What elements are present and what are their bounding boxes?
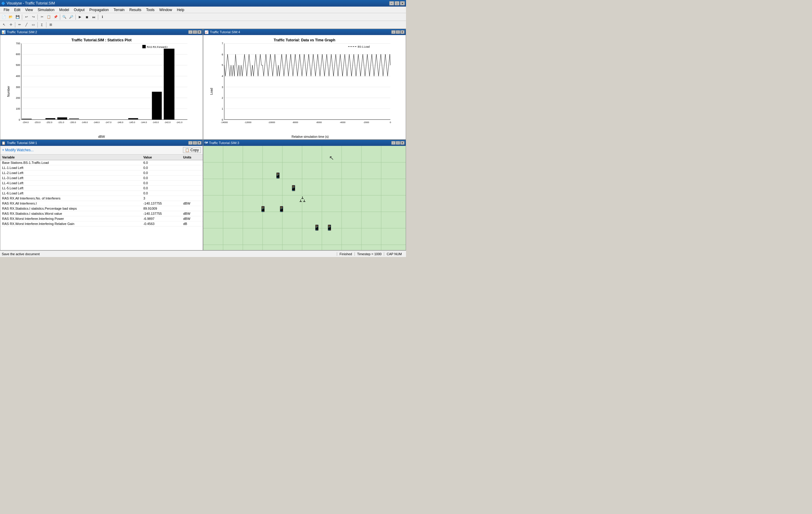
- menu-item-file[interactable]: File: [1, 7, 12, 12]
- sim2-close[interactable]: ✕: [197, 30, 202, 34]
- data-time-chart: Traffic Tutorial: Data vs Time Graph Loa…: [203, 35, 406, 139]
- menu-bar: FileEditViewSimulationModelOutputPropaga…: [0, 7, 406, 13]
- close-button[interactable]: ✕: [400, 1, 405, 5]
- sub-title-bar-sim3: 🗺 Traffic Tutorial.SIM:3 − □ ✕: [203, 140, 406, 146]
- menu-item-window[interactable]: Window: [157, 7, 175, 12]
- sim1-minimize[interactable]: −: [188, 141, 193, 145]
- stop-button[interactable]: ⏹: [84, 14, 90, 20]
- copy-label: Copy: [191, 148, 199, 152]
- title-bar-buttons: − □ ✕: [389, 1, 405, 5]
- menu-item-terrain[interactable]: Terrain: [111, 7, 127, 12]
- zoom-in-button[interactable]: 🔍: [61, 14, 68, 20]
- svg-text:0: 0: [222, 118, 223, 121]
- tower-icon: ⛼: [299, 195, 306, 204]
- svg-text:3: 3: [222, 86, 223, 89]
- sim1-restore[interactable]: □: [193, 141, 197, 145]
- sub-title-btns-sim2: − □ ✕: [188, 30, 202, 34]
- table-row: RAS RX.Worst Interferer.Interfering Powe…: [0, 216, 203, 221]
- copy-button-sim1[interactable]: 📋 Copy: [183, 147, 201, 153]
- svg-rect-42: [142, 45, 146, 48]
- stats-table: Variable Value Units Base Stations.BS-1.…: [0, 154, 203, 226]
- sub-title-left-sim4: 📈 Traffic Tutorial.SIM:4: [204, 30, 240, 34]
- sim3-close[interactable]: ✕: [400, 141, 405, 145]
- svg-rect-24: [69, 118, 79, 119]
- move-button[interactable]: ✛: [7, 22, 14, 28]
- open-button[interactable]: 📂: [7, 14, 14, 20]
- table-row: LL-2.Load Left0.0: [0, 170, 203, 175]
- menu-item-results[interactable]: Results: [127, 7, 144, 12]
- svg-text:-14000: -14000: [221, 121, 228, 124]
- restore-button[interactable]: □: [395, 1, 399, 5]
- undo-button[interactable]: ↩: [23, 14, 30, 20]
- svg-text:Number: Number: [7, 86, 10, 97]
- svg-rect-22: [46, 118, 55, 119]
- window-sim2: 📊 Traffic Tutorial.SIM:2 − □ ✕ Traffic T…: [0, 29, 203, 140]
- menu-item-propagation[interactable]: Propagation: [87, 7, 111, 12]
- sim3-restore[interactable]: □: [396, 141, 400, 145]
- col-units: Units: [181, 154, 203, 160]
- svg-text:-149.0: -149.0: [82, 121, 88, 124]
- redo-button[interactable]: ↪: [30, 14, 36, 20]
- sep2: [37, 15, 38, 20]
- sep4: [76, 15, 76, 20]
- cut-button[interactable]: ✂: [39, 14, 45, 20]
- sim2-icon: 📊: [1, 30, 6, 34]
- sep5: [98, 15, 98, 20]
- sim4-restore[interactable]: □: [396, 30, 400, 34]
- step-button[interactable]: ⏭: [90, 14, 97, 20]
- title-bar-left: 🔷 Visualyse - Traffic Tutorial.SIM: [1, 1, 55, 5]
- sim1-content: + Modify Watches... 📋 Copy Variable Valu…: [0, 146, 203, 250]
- new-button[interactable]: 📄: [1, 14, 7, 20]
- menu-item-help[interactable]: Help: [175, 7, 187, 12]
- svg-text:7: 7: [222, 42, 223, 45]
- sim2-minimize[interactable]: −: [188, 30, 193, 34]
- play-button[interactable]: ▶: [77, 14, 83, 20]
- status-finished: Finished: [337, 252, 354, 256]
- copy-icon: 📋: [185, 148, 190, 152]
- svg-text:-152.0: -152.0: [46, 121, 52, 124]
- sigma-button[interactable]: Σ: [39, 22, 45, 28]
- svg-text:-2000: -2000: [363, 121, 369, 124]
- sim3-minimize[interactable]: −: [391, 141, 396, 145]
- save-button[interactable]: 💾: [14, 14, 21, 20]
- svg-text:dBW: dBW: [98, 135, 105, 138]
- svg-text:1: 1: [222, 107, 223, 110]
- menu-item-edit[interactable]: Edit: [12, 7, 23, 12]
- sub-title-left-sim1: 📋 Traffic Tutorial.SIM:1: [1, 141, 37, 145]
- svg-text:-148.0: -148.0: [93, 121, 99, 124]
- menu-item-tools[interactable]: Tools: [144, 7, 157, 12]
- rect-button[interactable]: ▭: [30, 22, 36, 28]
- svg-text:-10000: -10000: [268, 121, 275, 124]
- col-value: Value: [142, 154, 181, 160]
- window-sim3: 🗺 Traffic Tutorial.SIM:3 − □ ✕: [203, 140, 406, 250]
- line-button[interactable]: ╱: [23, 22, 30, 28]
- status-bar: Save the active document Finished Timest…: [0, 250, 406, 257]
- paste-button[interactable]: 📌: [52, 14, 59, 20]
- menu-item-simulation[interactable]: Simulation: [35, 7, 57, 12]
- sep6: [15, 22, 15, 28]
- minimize-button[interactable]: −: [389, 1, 394, 5]
- svg-text:-153.0: -153.0: [34, 121, 40, 124]
- menu-item-output[interactable]: Output: [71, 7, 87, 12]
- draw-button[interactable]: ✏: [16, 22, 23, 28]
- info-button[interactable]: ℹ: [99, 14, 106, 20]
- menu-item-view[interactable]: View: [23, 7, 35, 12]
- sim1-close[interactable]: ✕: [197, 141, 202, 145]
- svg-text:RAS RX.Forward.I: RAS RX.Forward.I: [147, 46, 168, 49]
- add-watches-button[interactable]: + Modify Watches...: [2, 148, 33, 152]
- svg-text:500: 500: [16, 63, 20, 66]
- table-row: RAS RX.Statistics.I statistics.Worst val…: [0, 211, 203, 216]
- sim4-close[interactable]: ✕: [400, 30, 405, 34]
- sep7: [37, 22, 38, 28]
- sim2-restore[interactable]: □: [193, 30, 197, 34]
- copy-button[interactable]: 📋: [46, 14, 52, 20]
- stats-table-container[interactable]: Variable Value Units Base Stations.BS-1.…: [0, 154, 203, 250]
- sim4-minimize[interactable]: −: [391, 30, 396, 34]
- sim4-content: Traffic Tutorial: Data vs Time Graph Loa…: [203, 35, 406, 139]
- grid-button[interactable]: ⊞: [47, 22, 54, 28]
- svg-text:300: 300: [16, 86, 20, 89]
- phone-icon-2: 📱: [290, 185, 297, 192]
- menu-item-model[interactable]: Model: [57, 7, 71, 12]
- zoom-out-button[interactable]: 🔎: [68, 14, 75, 20]
- select-button[interactable]: ↖: [1, 22, 7, 28]
